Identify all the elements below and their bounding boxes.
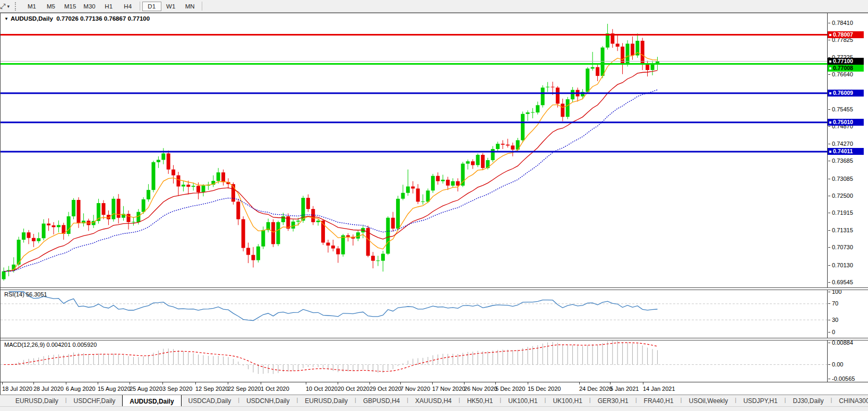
time-axis-label: 10 Oct 2020: [306, 386, 338, 392]
time-axis-label: 26 Nov 2020: [464, 386, 497, 392]
timeframe-button-m1[interactable]: M1: [22, 2, 41, 11]
tab-eurusd-daily[interactable]: EURUSD,Daily: [298, 395, 355, 406]
arrows-cursor-icon: ⤢: [0, 2, 5, 11]
time-axis-tick: [610, 382, 611, 384]
chart-title-ohlc: 0.77026 0.77136 0.76867 0.77100: [56, 15, 150, 22]
timeframe-button-m30[interactable]: M30: [80, 2, 99, 11]
chart-title: ▼AUDUSD,Daily 0.77026 0.77136 0.76867 0.…: [4, 15, 150, 22]
time-axis-tick: [432, 382, 433, 384]
time-axis-label: 15 Aug 2020: [98, 386, 131, 392]
time-axis-tick: [400, 382, 401, 384]
time-axis-label: 5 Dec 2020: [495, 386, 525, 392]
time-axis-label: 15 Dec 2020: [528, 386, 561, 392]
time-axis-label: 17 Nov 2020: [432, 386, 465, 392]
tab-usdcad-daily[interactable]: USDCAD,Daily: [182, 395, 238, 406]
time-axis-label: 6 Aug 2020: [66, 386, 96, 392]
rsi-label: RSI(14) 56.3051: [4, 291, 47, 298]
price-scale[interactable]: 0.784100.778250.772250.766400.754550.748…: [827, 13, 868, 382]
timeframe-button-w1[interactable]: W1: [161, 2, 181, 11]
rsi-chart-canvas[interactable]: RSI(14) 56.3051: [1, 289, 827, 338]
pane-separator[interactable]: [1, 338, 868, 340]
price-tick-label: 0.75455: [832, 106, 853, 113]
time-axis-label: 3 Sep 2020: [162, 386, 192, 392]
tab-usdchf-daily[interactable]: USDCHF,Daily: [67, 395, 123, 406]
tab-uk100-h1[interactable]: UK100,H1: [546, 395, 589, 406]
macd-tick-label: -0.00565: [832, 375, 855, 382]
price-tick-label: 0.73685: [832, 158, 853, 164]
time-axis-label: 22 Sep 2020: [228, 386, 261, 392]
time-axis-tick: [33, 382, 34, 384]
price-tick-label: 0.69545: [832, 279, 853, 286]
tab-gbpusd-h4[interactable]: GBPUSD,H4: [356, 395, 407, 406]
tab-china300-h1[interactable]: CHINA300,H1: [832, 395, 868, 406]
time-axis-tick: [261, 382, 261, 384]
toolbar-grip[interactable]: [15, 2, 19, 11]
time-axis-tick: [195, 382, 196, 384]
toolbar-separator: [202, 2, 202, 11]
timeframe-button-h1[interactable]: H1: [99, 2, 118, 11]
tab-usoil-weekly[interactable]: USOil,Weekly: [682, 395, 735, 406]
time-axis-label: 25 Aug 2020: [130, 386, 162, 392]
time-axis-tick: [369, 382, 370, 384]
timeframe-button-mn[interactable]: MN: [181, 2, 200, 11]
chart-tabs: EURUSD,Daily|USDCHF,DailyAUDUSD,DailyUSD…: [0, 395, 868, 406]
time-axis-tick: [495, 382, 496, 384]
time-axis-tick: [643, 382, 643, 384]
timeframe-button-d1[interactable]: D1: [142, 2, 161, 11]
hline-price-flag: 0.77008: [828, 65, 864, 72]
timeframe-button-m5[interactable]: M5: [41, 2, 61, 11]
tab-ger30-h1[interactable]: GER30,H1: [591, 395, 635, 406]
tab-eurusd-daily[interactable]: EURUSD,Daily: [8, 395, 65, 406]
tab-hk50-h1[interactable]: HK50,H1: [460, 395, 500, 406]
tab-audusd-daily[interactable]: AUDUSD,Daily: [122, 395, 181, 406]
time-axis-label: 18 Jul 2020: [2, 386, 32, 392]
tab-usdcnh-daily[interactable]: USDCNH,Daily: [239, 395, 296, 406]
timeframe-button-h4[interactable]: H4: [118, 2, 137, 11]
time-axis-label: 29 Oct 2020: [369, 386, 401, 392]
time-axis-tick: [2, 382, 3, 384]
tab-dj30-daily[interactable]: DJ30,Daily: [786, 395, 830, 406]
price-tick-label: 0.71315: [832, 227, 853, 234]
tab-xauusd-h4[interactable]: XAUUSD,H4: [408, 395, 459, 406]
price-tick-label: 0.73085: [832, 176, 853, 182]
top-toolbar: ⤢ ▾ M1M5M15M30H1H4D1W1MN: [0, 0, 868, 13]
time-axis-label: 20 Oct 2020: [338, 386, 369, 392]
time-axis-tick: [579, 382, 580, 384]
status-strip: [0, 406, 868, 411]
tab-fra40-h1[interactable]: FRA40,H1: [637, 395, 681, 406]
time-axis-tick: [528, 382, 528, 384]
time-axis-tick: [306, 382, 306, 384]
current-price-flag: 0.77100: [828, 58, 864, 65]
macd-chart-canvas[interactable]: MACD(12,26,9) 0.004201 0.005920: [1, 339, 827, 382]
macd-tick-label: 0.00: [832, 361, 843, 368]
price-tick-label: 0.70130: [832, 262, 853, 269]
time-axis-tick: [228, 382, 228, 384]
rsi-tick-label: 70: [832, 300, 838, 307]
tab-uk100-h1[interactable]: UK100,H1: [501, 395, 544, 406]
pane-separator[interactable]: [1, 287, 868, 290]
time-axis-label: 12 Sep 2020: [195, 386, 228, 392]
hline-price-flag: 0.75010: [828, 119, 864, 126]
cursor-tool-button[interactable]: ⤢ ▾: [0, 2, 11, 11]
timeframe-buttons: M1M5M15M30H1H4D1W1MN: [22, 0, 204, 12]
hline-price-flag: 0.78007: [828, 31, 864, 38]
chart-title-symbol: AUDUSD,Daily: [11, 15, 53, 22]
macd-label: MACD(12,26,9) 0.004201 0.005920: [4, 342, 97, 348]
time-axis-tick: [464, 382, 465, 384]
time-axis-label: 28 Jul 2020: [33, 386, 64, 392]
toolbar-separator: [140, 2, 140, 11]
chart-window: ▼AUDUSD,Daily 0.77026 0.77136 0.76867 0.…: [0, 13, 868, 395]
time-scale[interactable]: 18 Jul 202028 Jul 20206 Aug 202015 Aug 2…: [1, 382, 868, 396]
timeframe-button-m15[interactable]: M15: [61, 2, 80, 11]
hline-price-flag: 0.74011: [828, 148, 864, 155]
rsi-tick-label: 30: [832, 317, 838, 323]
time-axis-label: 7 Nov 2020: [400, 386, 430, 392]
time-axis-label: 24 Dec 2020: [579, 386, 612, 392]
collapse-arrow-icon[interactable]: ▼: [4, 16, 8, 21]
price-chart-canvas[interactable]: ▼AUDUSD,Daily 0.77026 0.77136 0.76867 0.…: [1, 13, 827, 287]
tab-usdjpy-h1[interactable]: USDJPY,H1: [736, 395, 784, 406]
dropdown-arrow-icon[interactable]: ▾: [7, 4, 10, 9]
hline-price-flag: 0.76009: [828, 90, 864, 97]
price-tick-label: 0.71915: [832, 209, 853, 216]
price-tick-label: 0.76640: [832, 71, 853, 78]
